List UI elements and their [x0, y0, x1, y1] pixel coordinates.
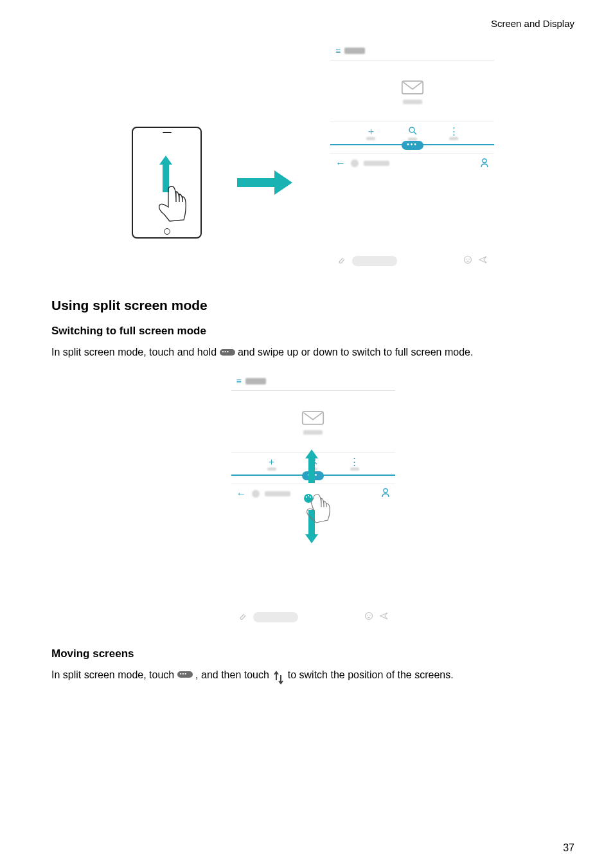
emoji-icon [364, 611, 373, 623]
svg-point-16 [308, 495, 309, 496]
phone-split-screen-mock: ≡ ＋ ⋮ ••• ← [330, 42, 494, 272]
mail-icon [301, 408, 324, 428]
figure-full-screen-swipe: ≡ ＋ ⋮ ••• ← [51, 372, 574, 628]
para-switching: In split screen mode, touch and hold and… [51, 344, 574, 361]
heading-using-split-screen: Using split screen mode [51, 298, 574, 313]
contact-icon [480, 158, 489, 170]
hand-pointer-icon [302, 493, 341, 538]
heading-moving-screens: Moving screens [51, 647, 574, 660]
contact-icon [381, 487, 390, 500]
split-handle-inline-icon [177, 671, 193, 678]
para-moving: In split screen mode, touch , and then t… [51, 667, 574, 683]
figure-split-screen-gesture: ≡ ＋ ⋮ ••• ← [51, 42, 574, 272]
svg-point-10 [384, 489, 387, 493]
svg-line-2 [414, 132, 416, 134]
search-icon [408, 126, 417, 136]
svg-point-1 [409, 127, 414, 132]
hand-icon [155, 183, 194, 228]
split-handle-inline-icon [220, 349, 235, 356]
hamburger-icon: ≡ [236, 376, 242, 386]
svg-point-11 [365, 612, 372, 619]
svg-point-17 [310, 496, 311, 498]
send-icon [479, 255, 488, 267]
right-arrow-icon [237, 174, 295, 191]
back-icon: ← [236, 488, 247, 500]
running-header: Screen and Display [51, 18, 574, 29]
more-vert-icon: ⋮ [449, 126, 459, 136]
page-number: 37 [563, 842, 574, 854]
attach-icon [238, 611, 247, 623]
heading-switching-full-screen: Switching to full screen mode [51, 325, 574, 338]
svg-point-6 [468, 258, 470, 260]
mail-icon [401, 78, 424, 97]
svg-line-9 [314, 462, 317, 464]
split-handle-icon: ••• [402, 141, 423, 150]
send-icon [380, 611, 389, 623]
more-vert-icon: ⋮ [350, 457, 359, 466]
hamburger-icon: ≡ [335, 46, 341, 56]
svg-point-4 [465, 257, 472, 264]
swap-screens-icon [272, 671, 285, 685]
emoji-icon [463, 255, 472, 267]
svg-point-13 [369, 615, 371, 616]
plus-icon: ＋ [267, 457, 276, 466]
svg-point-5 [466, 258, 467, 260]
back-icon: ← [335, 158, 346, 169]
plus-icon: ＋ [366, 126, 376, 136]
swipe-up-arrow-icon [308, 457, 315, 483]
svg-point-15 [306, 496, 307, 498]
svg-point-12 [367, 615, 368, 616]
attach-icon [337, 255, 346, 267]
tablet-outline [132, 127, 202, 239]
svg-point-3 [483, 159, 486, 163]
